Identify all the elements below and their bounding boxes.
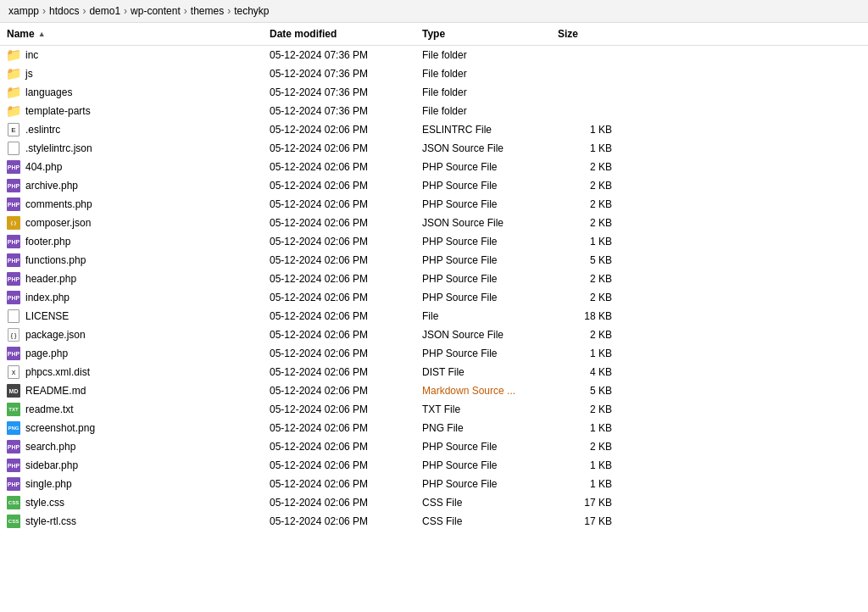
table-row[interactable]: PHP comments.php 05-12-2024 02:06 PM PHP… [0, 195, 868, 214]
table-row[interactable]: { } composer.json 05-12-2024 02:06 PM JS… [0, 214, 868, 232]
table-row[interactable]: CSS style-rtl.css 05-12-2024 02:06 PM CS… [0, 512, 868, 531]
table-row[interactable]: PNG screenshot.png 05-12-2024 02:06 PM P… [0, 419, 868, 437]
file-icon [8, 309, 19, 323]
file-name: phpcs.xml.dist [25, 366, 90, 378]
file-icon-container: 📁 [7, 48, 20, 62]
breadcrumb-sep: › [82, 5, 86, 17]
file-icon-container: MD [7, 384, 20, 398]
col-header-date[interactable]: Date modified [263, 26, 415, 42]
table-row[interactable]: MD README.md 05-12-2024 02:06 PM Markdow… [0, 381, 868, 400]
table-row[interactable]: { } package.json 05-12-2024 02:06 PM JSO… [0, 325, 868, 344]
file-name: composer.json [25, 217, 91, 229]
file-icon-container: TXT [7, 403, 20, 416]
file-name-cell: .stylelintrc.json [0, 140, 263, 157]
file-type: File [415, 309, 551, 324]
file-type: PHP Source File [415, 439, 551, 454]
file-name-cell: PHP 404.php [0, 159, 263, 175]
file-icon-container: PHP [7, 291, 20, 304]
table-row[interactable]: TXT readme.txt 05-12-2024 02:06 PM TXT F… [0, 400, 868, 419]
table-row[interactable]: 📁 template-parts 05-12-2024 07:36 PM Fil… [0, 102, 868, 120]
file-date: 05-12-2024 07:36 PM [263, 103, 415, 119]
table-row[interactable]: LICENSE 05-12-2024 02:06 PM File 18 KB [0, 307, 868, 325]
col-header-name[interactable]: Name ▲ [0, 26, 263, 42]
file-name: screenshot.png [25, 422, 95, 434]
table-row[interactable]: PHP index.php 05-12-2024 02:06 PM PHP So… [0, 288, 868, 307]
breadcrumb-item-xampp[interactable]: xampp [8, 5, 39, 17]
file-size: 1 KB [551, 234, 619, 249]
file-type: CSS File [415, 495, 551, 510]
breadcrumb: xampp › htdocs › demo1 › wp-content › th… [0, 0, 868, 23]
file-size: 2 KB [551, 290, 619, 305]
file-date: 05-12-2024 02:06 PM [263, 290, 415, 305]
file-list: 📁 inc 05-12-2024 07:36 PM File folder 📁 … [0, 46, 868, 608]
file-name-cell: PNG screenshot.png [0, 420, 263, 437]
file-icon-container: PHP [7, 440, 20, 453]
file-name: 404.php [25, 161, 62, 173]
file-type: ESLINTRC File [415, 122, 551, 137]
php-icon: PHP [7, 253, 20, 267]
file-icon-container [7, 142, 20, 155]
table-row[interactable]: PHP 404.php 05-12-2024 02:06 PM PHP Sour… [0, 158, 868, 176]
table-row[interactable]: PHP header.php 05-12-2024 02:06 PM PHP S… [0, 270, 868, 288]
table-row[interactable]: PHP single.php 05-12-2024 02:06 PM PHP S… [0, 475, 868, 493]
col-header-type[interactable]: Type [415, 26, 551, 42]
table-row[interactable]: PHP archive.php 05-12-2024 02:06 PM PHP … [0, 176, 868, 195]
folder-icon: 📁 [6, 103, 22, 119]
file-size: 1 KB [551, 476, 619, 492]
file-name: functions.php [25, 254, 86, 266]
file-icon-container: PHP [7, 272, 20, 286]
file-date: 05-12-2024 02:06 PM [263, 364, 415, 380]
table-row[interactable]: PHP sidebar.php 05-12-2024 02:06 PM PHP … [0, 456, 868, 475]
table-row[interactable]: 📁 languages 05-12-2024 07:36 PM File fol… [0, 83, 868, 102]
table-row[interactable]: PHP functions.php 05-12-2024 02:06 PM PH… [0, 251, 868, 270]
table-row[interactable]: CSS style.css 05-12-2024 02:06 PM CSS Fi… [0, 493, 868, 512]
file-icon-container: PHP [7, 459, 20, 472]
breadcrumb-item-demo1[interactable]: demo1 [89, 5, 120, 17]
table-row[interactable]: PHP search.php 05-12-2024 02:06 PM PHP S… [0, 437, 868, 456]
file-icon-container: 📁 [7, 104, 20, 118]
breadcrumb-sep: › [124, 5, 127, 17]
eslint-icon: E [8, 123, 19, 136]
file-name-cell: CSS style-rtl.css [0, 513, 263, 530]
file-name: README.md [25, 385, 86, 397]
breadcrumb-item-wpcontent[interactable]: wp-content [131, 5, 181, 17]
file-size: 2 KB [551, 402, 619, 417]
file-date: 05-12-2024 02:06 PM [263, 197, 415, 212]
table-row[interactable]: PHP footer.php 05-12-2024 02:06 PM PHP S… [0, 232, 868, 251]
table-row[interactable]: 📁 js 05-12-2024 07:36 PM File folder [0, 64, 868, 83]
table-row[interactable]: .stylelintrc.json 05-12-2024 02:06 PM JS… [0, 139, 868, 158]
file-name-cell: PHP page.php [0, 345, 263, 362]
file-name-cell: { } package.json [0, 326, 263, 343]
file-size: 2 KB [551, 215, 619, 231]
file-name: inc [25, 49, 38, 61]
file-size: 1 KB [551, 122, 619, 137]
breadcrumb-sep: › [42, 5, 46, 17]
file-explorer: Name ▲ Date modified Type Size 📁 inc 05-… [0, 23, 868, 608]
breadcrumb-item-techykp[interactable]: techykp [234, 5, 269, 17]
file-icon-container: { } [7, 216, 20, 230]
file-type: PHP Source File [415, 290, 551, 305]
table-row[interactable]: 📁 inc 05-12-2024 07:36 PM File folder [0, 46, 868, 64]
file-name: package.json [25, 329, 86, 341]
file-icon-container: PHP [7, 477, 20, 491]
file-type: PHP Source File [415, 178, 551, 193]
file-date: 05-12-2024 02:06 PM [263, 159, 415, 175]
dist-icon: X [8, 365, 19, 379]
txt-icon: TXT [7, 403, 20, 416]
css-icon: CSS [7, 515, 20, 528]
table-row[interactable]: X phpcs.xml.dist 05-12-2024 02:06 PM DIS… [0, 363, 868, 381]
file-size: 2 KB [551, 271, 619, 287]
file-name-cell: MD README.md [0, 382, 263, 399]
file-size: 1 KB [551, 458, 619, 473]
breadcrumb-item-themes[interactable]: themes [191, 5, 224, 17]
php-icon: PHP [7, 179, 20, 192]
file-type: File folder [415, 47, 551, 63]
col-header-size[interactable]: Size [551, 26, 619, 42]
breadcrumb-item-htdocs[interactable]: htdocs [49, 5, 79, 17]
file-size: 18 KB [551, 309, 619, 324]
file-date: 05-12-2024 02:06 PM [263, 514, 415, 529]
file-icon-container: { } [7, 328, 20, 342]
table-row[interactable]: PHP page.php 05-12-2024 02:06 PM PHP Sou… [0, 344, 868, 363]
file-size: 1 KB [551, 346, 619, 361]
table-row[interactable]: E .eslintrc 05-12-2024 02:06 PM ESLINTRC… [0, 120, 868, 139]
